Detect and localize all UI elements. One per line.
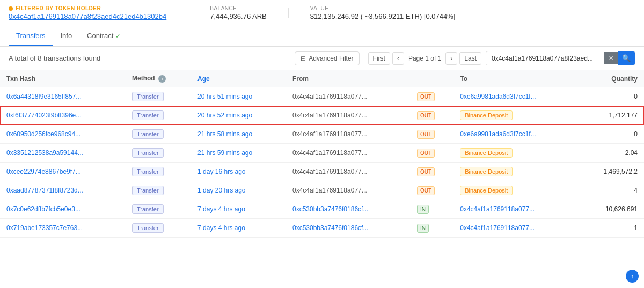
cell-hash: 0xf6f37774023f9bff396e... xyxy=(0,106,126,125)
from-address: 0x4c4af1a1769118a077... xyxy=(292,93,367,100)
first-page-button[interactable]: First xyxy=(368,52,390,65)
cell-method: Transfer xyxy=(126,106,191,125)
method-badge: Transfer xyxy=(132,110,164,120)
cell-to: 0xe6a9981ada6d3f7cc1f... xyxy=(453,125,578,144)
cell-direction: OUT xyxy=(411,106,453,125)
txn-hash-link[interactable]: 0x719abe173357c7e763... xyxy=(6,224,83,232)
txn-hash-link[interactable]: 0x7c0e62dffb7fcb5e0e3... xyxy=(6,205,80,213)
cell-age: 1 day 20 hrs ago xyxy=(191,181,286,200)
tab-transfers[interactable]: Transfers xyxy=(9,26,53,46)
from-address: 0x4c4af1a1769118a077... xyxy=(292,130,367,138)
cell-from: 0x4c4af1a1769118a077... xyxy=(286,144,411,163)
cell-age: 7 days 4 hrs ago xyxy=(191,200,286,219)
cell-from: 0x4c4af1a1769118a077... xyxy=(286,163,411,181)
table-row: 0xf6f37774023f9bff396e... Transfer 20 hr… xyxy=(0,106,644,125)
direction-badge: OUT xyxy=(417,92,435,101)
method-badge: Transfer xyxy=(132,129,164,139)
transactions-table: Txn Hash Method i Age From To Quantity 0… xyxy=(0,70,644,238)
search-button[interactable]: 🔍 xyxy=(618,51,635,65)
cell-direction: OUT xyxy=(411,181,453,200)
cell-quantity: 10,626,691 xyxy=(578,200,644,219)
method-badge: Transfer xyxy=(132,167,164,176)
cell-from: 0x4c4af1a1769118a077... xyxy=(286,125,411,144)
from-address: 0x4c4af1a1769118a077... xyxy=(292,187,367,194)
tab-info[interactable]: Info xyxy=(53,26,79,46)
direction-badge: OUT xyxy=(417,186,435,195)
cell-method: Transfer xyxy=(126,181,191,200)
cell-quantity: 0 xyxy=(578,87,644,106)
value-label: VALUE xyxy=(310,5,456,11)
txn-hash-link[interactable]: 0x6a44318f9e3165ff857... xyxy=(6,93,81,100)
to-tag-badge: Binance Deposit xyxy=(460,110,513,120)
cell-direction: OUT xyxy=(411,144,453,163)
direction-badge: OUT xyxy=(417,130,435,139)
prev-page-button[interactable]: ‹ xyxy=(392,52,404,65)
cell-quantity: 1 xyxy=(578,219,644,238)
search-input[interactable] xyxy=(486,52,604,65)
cell-to: 0x4c4af1a1769118a077... xyxy=(453,200,578,219)
page-info: Page 1 of 1 xyxy=(406,55,443,62)
from-address: 0x4c4af1a1769118a077... xyxy=(292,168,367,175)
direction-badge: OUT xyxy=(417,149,435,158)
to-address-link[interactable]: 0xe6a9981ada6d3f7cc1f... xyxy=(460,93,536,100)
direction-badge: IN xyxy=(417,205,429,214)
search-clear-button[interactable]: ✕ xyxy=(604,52,618,64)
txn-hash-link[interactable]: 0xf6f37774023f9bff396e... xyxy=(6,112,81,119)
cell-direction: OUT xyxy=(411,125,453,144)
cell-method: Transfer xyxy=(126,87,191,106)
direction-badge: OUT xyxy=(417,111,435,120)
method-badge: Transfer xyxy=(132,92,164,101)
cell-hash: 0x6a44318f9e3165ff857... xyxy=(0,87,126,106)
to-tag-badge: Binance Deposit xyxy=(460,167,513,176)
txn-hash-link[interactable]: 0xaad87787371f8f8723d... xyxy=(6,187,83,194)
txn-hash-link[interactable]: 0x3351212538a9a59144... xyxy=(6,149,83,157)
filter-dot xyxy=(9,6,13,11)
cell-age: 21 hrs 59 mins ago xyxy=(191,144,286,163)
cell-age: 21 hrs 58 mins ago xyxy=(191,125,286,144)
from-address: 0x4c4af1a1769118a077... xyxy=(292,149,367,157)
value-value: $12,135,246.92 ( ~3,566.9211 ETH) [0.074… xyxy=(310,12,456,20)
cell-age: 1 day 16 hrs ago xyxy=(191,163,286,181)
advanced-filter-button[interactable]: ⊟ Advanced Filter xyxy=(295,51,359,65)
method-info-icon[interactable]: i xyxy=(158,75,166,83)
col-age[interactable]: Age xyxy=(191,70,286,87)
to-address-link[interactable]: 0x4c4af1a1769118a077... xyxy=(460,224,535,232)
table-row: 0x7c0e62dffb7fcb5e0e3... Transfer 7 days… xyxy=(0,200,644,219)
txn-hash-link[interactable]: 0x60950d256fce968c94... xyxy=(6,130,80,138)
method-badge: Transfer xyxy=(132,186,164,195)
filter-address-link[interactable]: 0x4c4af1a1769118a077a8f23aed4c21ed4b1302… xyxy=(9,12,166,20)
txn-hash-link[interactable]: 0xcee22974e8867be9f7... xyxy=(6,168,81,175)
to-address-link[interactable]: 0x4c4af1a1769118a077... xyxy=(460,205,535,213)
cell-quantity: 1,469,572.2 xyxy=(578,163,644,181)
cell-to: Binance Deposit xyxy=(453,144,578,163)
tab-transfers-label: Transfers xyxy=(16,32,45,40)
col-from: From xyxy=(286,70,411,87)
balance-label: BALANCE xyxy=(210,5,267,11)
search-box: ✕ 🔍 xyxy=(486,51,635,65)
cell-hash: 0x60950d256fce968c94... xyxy=(0,125,126,144)
cell-direction: IN xyxy=(411,219,453,238)
divider-1 xyxy=(188,8,188,18)
from-address-link[interactable]: 0xc530bb3a7476f0186cf... xyxy=(292,205,368,213)
to-address-link[interactable]: 0xe6a9981ada6d3f7cc1f... xyxy=(460,130,536,138)
direction-badge: IN xyxy=(417,224,429,233)
divider-2 xyxy=(288,8,289,18)
cell-hash: 0xcee22974e8867be9f7... xyxy=(0,163,126,181)
col-to: To xyxy=(453,70,578,87)
filter-label: FILTERED BY TOKEN HOLDER xyxy=(16,5,101,11)
cell-hash: 0xaad87787371f8f8723d... xyxy=(0,181,126,200)
method-badge: Transfer xyxy=(132,204,164,214)
tab-contract[interactable]: Contract ✓ xyxy=(79,26,128,46)
next-page-button[interactable]: › xyxy=(445,52,457,65)
method-badge: Transfer xyxy=(132,223,164,233)
cell-age: 7 days 4 hrs ago xyxy=(191,219,286,238)
filter-badge: FILTERED BY TOKEN HOLDER xyxy=(9,5,166,11)
top-bar: FILTERED BY TOKEN HOLDER 0x4c4af1a176911… xyxy=(0,0,644,26)
last-page-button[interactable]: Last xyxy=(459,52,481,65)
col-direction xyxy=(411,70,453,87)
cell-method: Transfer xyxy=(126,144,191,163)
table-row: 0x60950d256fce968c94... Transfer 21 hrs … xyxy=(0,125,644,144)
from-address-link[interactable]: 0xc530bb3a7476f0186cf... xyxy=(292,224,368,232)
cell-direction: IN xyxy=(411,200,453,219)
table-row: 0x6a44318f9e3165ff857... Transfer 20 hrs… xyxy=(0,87,644,106)
